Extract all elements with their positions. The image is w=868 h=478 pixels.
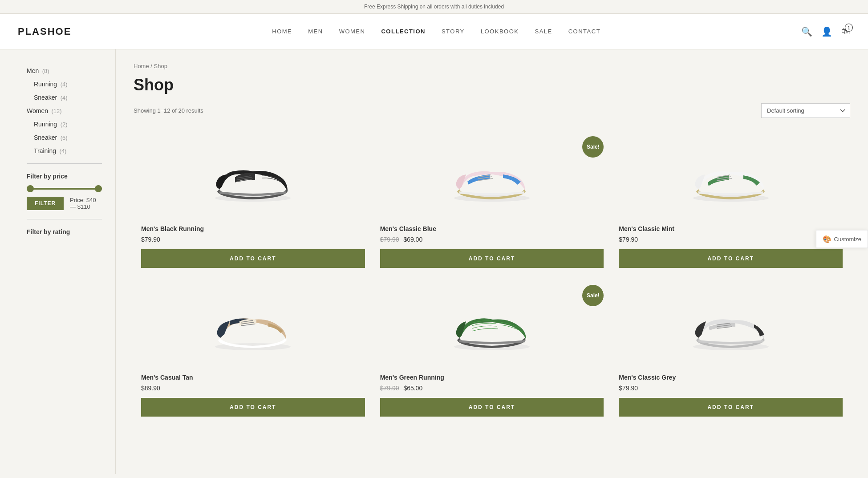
sidebar: Men (8) Running (4) Sneaker (4) Women (1…	[0, 49, 116, 474]
shoe-image-blue-pink	[447, 147, 536, 209]
sidebar-label: Running	[34, 81, 57, 88]
nav-story[interactable]: STORY	[442, 28, 465, 35]
product-card: Sale!	[373, 277, 612, 426]
filter-by-price-title: Filter by price	[27, 173, 102, 180]
sidebar-count: (4)	[59, 94, 68, 101]
shoe-image-green	[447, 296, 536, 358]
top-banner: Free Express Shipping on all orders with…	[0, 0, 868, 14]
product-name: Men's Classic Mint	[619, 225, 843, 232]
sort-select[interactable]: Default sorting Sort by popularity Sort …	[761, 103, 850, 118]
sidebar-label: Sneaker	[34, 134, 57, 141]
nav-lookbook[interactable]: LOOKBOOK	[481, 28, 519, 35]
product-name: Men's Black Running	[141, 225, 365, 232]
main-layout: Men (8) Running (4) Sneaker (4) Women (1…	[0, 49, 868, 474]
sidebar-divider-1	[27, 163, 102, 164]
price-slider-thumb-left[interactable]	[27, 185, 34, 192]
add-to-cart-button[interactable]: ADD TO CART	[141, 249, 365, 268]
shop-meta-row: Showing 1–12 of 20 results Default sorti…	[134, 103, 850, 118]
sidebar-count: (12)	[50, 108, 62, 114]
breadcrumb-separator: /	[150, 63, 154, 69]
sidebar-divider-2	[27, 219, 102, 219]
shoe-image-mint	[686, 147, 775, 209]
sidebar-category-training[interactable]: Training (4)	[27, 147, 102, 154]
nav-contact[interactable]: CONTACT	[568, 28, 600, 35]
product-card: Sale!	[373, 129, 612, 277]
product-name: Men's Green Running	[380, 374, 604, 381]
main-content: Home / Shop Shop Showing 1–12 of 20 resu…	[116, 49, 868, 474]
customize-label: Customize	[834, 236, 861, 243]
sidebar-category-sneaker-men[interactable]: Sneaker (4)	[27, 94, 102, 101]
sidebar-count: (8)	[41, 68, 49, 74]
product-card: Men's Classic Mint $79.90 ADD TO CART	[611, 129, 850, 277]
shoe-image-black	[208, 147, 297, 209]
sidebar-label: Sneaker	[34, 94, 57, 101]
sidebar-count: (6)	[59, 134, 68, 141]
products-grid: Men's Black Running $79.90 ADD TO CART S…	[134, 129, 850, 426]
sidebar-count: (4)	[59, 81, 68, 88]
product-image-area	[380, 287, 604, 367]
product-price: $79.90	[619, 385, 843, 392]
sidebar-category-running-men[interactable]: Running (4)	[27, 81, 102, 88]
product-image-area	[141, 138, 365, 218]
sale-price: $65.00	[403, 385, 422, 392]
sale-price: $69.00	[403, 236, 422, 243]
nav-sale[interactable]: SALE	[535, 28, 552, 35]
banner-text: Free Express Shipping on all orders with…	[364, 4, 504, 10]
nav-women[interactable]: WOMEN	[339, 28, 365, 35]
nav-home[interactable]: HOME	[272, 28, 292, 35]
add-to-cart-button[interactable]: ADD TO CART	[380, 249, 604, 268]
customize-icon: 🎨	[823, 235, 831, 243]
sidebar-label: Men	[27, 67, 39, 74]
sale-badge: Sale!	[582, 285, 604, 306]
main-nav: HOME MEN WOMEN COLLECTION STORY LOOKBOOK…	[272, 28, 600, 35]
filter-button[interactable]: FILTER	[27, 197, 64, 210]
breadcrumb-shop: Shop	[154, 63, 167, 69]
cart-badge: 1	[845, 24, 853, 32]
original-price: $79.90	[380, 236, 399, 243]
header-icons: 🔍 👤 🛍 1	[801, 26, 850, 37]
filter-by-rating-title: Filter by rating	[27, 228, 102, 235]
product-price: $79.90 $69.00	[380, 236, 604, 243]
product-image-area	[141, 287, 365, 367]
sale-badge: Sale!	[582, 136, 604, 158]
add-to-cart-button[interactable]: ADD TO CART	[380, 398, 604, 417]
sidebar-category-sneaker-women[interactable]: Sneaker (6)	[27, 134, 102, 141]
sidebar-category-men[interactable]: Men (8)	[27, 67, 102, 74]
breadcrumb: Home / Shop	[134, 63, 850, 69]
search-icon[interactable]: 🔍	[801, 26, 812, 37]
sidebar-category-running-women[interactable]: Running (2)	[27, 121, 102, 128]
add-to-cart-button[interactable]: ADD TO CART	[619, 398, 843, 417]
breadcrumb-home[interactable]: Home	[134, 63, 149, 69]
product-card: Men's Black Running $79.90 ADD TO CART	[134, 129, 373, 277]
sidebar-count: (4)	[58, 148, 67, 154]
price-slider-thumb-right[interactable]	[95, 185, 102, 192]
price-slider-track[interactable]	[27, 188, 102, 190]
product-price: $79.90	[619, 236, 843, 243]
product-image-area	[619, 287, 843, 367]
add-to-cart-button[interactable]: ADD TO CART	[141, 398, 365, 417]
price-slider-fill	[27, 188, 102, 190]
product-name: Men's Casual Tan	[141, 374, 365, 381]
add-to-cart-button[interactable]: ADD TO CART	[619, 249, 843, 268]
nav-collection[interactable]: COLLECTION	[381, 28, 426, 35]
sidebar-category-women[interactable]: Women (12)	[27, 107, 102, 114]
customize-button[interactable]: 🎨 Customize	[816, 230, 868, 248]
sidebar-label: Women	[27, 107, 48, 114]
filter-row: FILTER Price: $40 — $110	[27, 197, 102, 210]
product-price: $79.90 $65.00	[380, 385, 604, 392]
price-range-text: Price: $40 — $110	[70, 197, 102, 210]
cart-icon-wrapper[interactable]: 🛍 1	[841, 26, 850, 36]
product-image-area	[380, 138, 604, 218]
header: PLASHOE HOME MEN WOMEN COLLECTION STORY …	[0, 14, 868, 49]
account-icon[interactable]: 👤	[821, 26, 832, 37]
sidebar-label: Running	[34, 121, 57, 128]
sidebar-count: (2)	[59, 121, 68, 128]
shoe-image-tan	[208, 296, 297, 358]
product-card: Men's Casual Tan $89.90 ADD TO CART	[134, 277, 373, 426]
product-card: Men's Classic Grey $79.90 ADD TO CART	[611, 277, 850, 426]
showing-text: Showing 1–12 of 20 results	[134, 107, 203, 114]
product-image-area	[619, 138, 843, 218]
logo[interactable]: PLASHOE	[18, 26, 71, 37]
shoe-image-grey	[686, 296, 775, 358]
nav-men[interactable]: MEN	[308, 28, 323, 35]
